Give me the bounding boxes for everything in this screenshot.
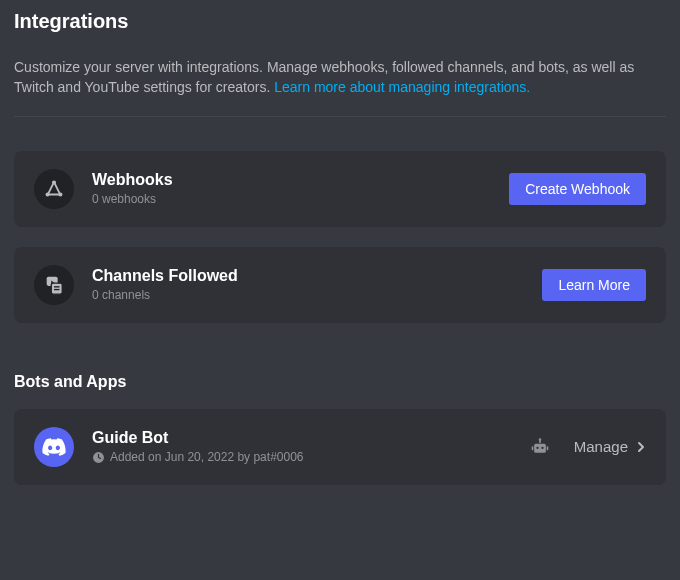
channels-icon	[34, 265, 74, 305]
clock-icon	[92, 451, 105, 464]
webhook-icon	[34, 169, 74, 209]
channels-card: Channels Followed 0 channels Learn More	[14, 247, 666, 323]
bot-added-line: Added on Jun 20, 2022 by pat#0006	[92, 450, 530, 464]
bot-avatar	[34, 427, 74, 467]
bot-added-text: Added on Jun 20, 2022 by pat#0006	[110, 450, 304, 464]
learn-more-link[interactable]: Learn more about managing integrations.	[274, 79, 530, 95]
channels-title: Channels Followed	[92, 267, 542, 285]
webhooks-card: Webhooks 0 webhooks Create Webhook	[14, 151, 666, 227]
create-webhook-button[interactable]: Create Webhook	[509, 173, 646, 205]
robot-icon	[530, 437, 550, 457]
bot-name: Guide Bot	[92, 429, 530, 447]
webhooks-subtitle: 0 webhooks	[92, 192, 509, 206]
channels-subtitle: 0 channels	[92, 288, 542, 302]
svg-point-10	[539, 438, 542, 441]
svg-rect-12	[546, 446, 548, 450]
divider	[14, 116, 666, 117]
svg-rect-8	[534, 443, 546, 452]
intro-text: Customize your server with integrations.…	[14, 57, 666, 98]
svg-point-13	[536, 446, 538, 448]
page-title: Integrations	[14, 10, 666, 33]
manage-button[interactable]: Manage	[574, 438, 646, 455]
bot-row[interactable]: Guide Bot Added on Jun 20, 2022 by pat#0…	[14, 409, 666, 485]
manage-label: Manage	[574, 438, 628, 455]
svg-rect-4	[51, 283, 62, 294]
bots-section-title: Bots and Apps	[14, 373, 666, 391]
svg-point-14	[541, 446, 543, 448]
chevron-right-icon	[636, 441, 646, 453]
learn-more-button[interactable]: Learn More	[542, 269, 646, 301]
svg-rect-11	[531, 446, 533, 450]
webhooks-title: Webhooks	[92, 171, 509, 189]
